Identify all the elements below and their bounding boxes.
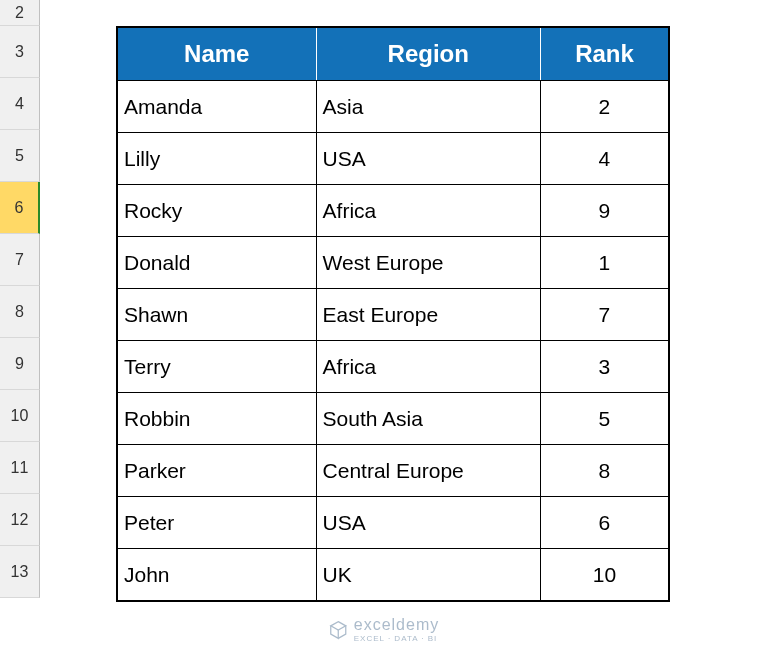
row-header-column: 2 3 4 5 6 7 8 9 10 11 12 13	[0, 0, 40, 602]
cell-rank[interactable]: 2	[541, 81, 668, 132]
row-header[interactable]: 4	[0, 78, 40, 130]
cell-rank[interactable]: 6	[541, 497, 668, 548]
watermark-text: exceldemy EXCEL · DATA · BI	[354, 616, 439, 643]
cell-name[interactable]: Donald	[118, 237, 317, 288]
row-header[interactable]: 8	[0, 286, 40, 338]
row-header[interactable]: 2	[0, 0, 40, 26]
cube-icon	[328, 620, 348, 640]
cell-name[interactable]: Rocky	[118, 185, 317, 236]
table-row: Lilly USA 4	[118, 132, 668, 184]
spreadsheet: 2 3 4 5 6 7 8 9 10 11 12 13 Name Region …	[0, 0, 767, 602]
cell-region[interactable]: Asia	[317, 81, 541, 132]
cell-region[interactable]: Central Europe	[317, 445, 541, 496]
row-header[interactable]: 12	[0, 494, 40, 546]
cell-name[interactable]: Amanda	[118, 81, 317, 132]
grid-area: Name Region Rank Amanda Asia 2 Lilly USA…	[40, 0, 767, 602]
watermark: exceldemy EXCEL · DATA · BI	[328, 616, 439, 643]
cell-name[interactable]: John	[118, 549, 317, 600]
cell-region[interactable]: UK	[317, 549, 541, 600]
cell-region[interactable]: USA	[317, 497, 541, 548]
cell-region[interactable]: Africa	[317, 341, 541, 392]
row-header[interactable]: 10	[0, 390, 40, 442]
table-row: John UK 10	[118, 548, 668, 600]
data-table: Name Region Rank Amanda Asia 2 Lilly USA…	[116, 26, 670, 602]
row-header[interactable]: 9	[0, 338, 40, 390]
cell-region[interactable]: South Asia	[317, 393, 541, 444]
table-row: Donald West Europe 1	[118, 236, 668, 288]
watermark-brand: exceldemy	[354, 616, 439, 633]
table-row: Terry Africa 3	[118, 340, 668, 392]
cell-rank[interactable]: 7	[541, 289, 668, 340]
row-header[interactable]: 3	[0, 26, 40, 78]
cell-name[interactable]: Shawn	[118, 289, 317, 340]
cell-region[interactable]: Africa	[317, 185, 541, 236]
cell-name[interactable]: Parker	[118, 445, 317, 496]
cell-name[interactable]: Lilly	[118, 133, 317, 184]
column-header-rank[interactable]: Rank	[541, 28, 668, 80]
cell-region[interactable]: USA	[317, 133, 541, 184]
row-header[interactable]: 5	[0, 130, 40, 182]
column-header-region[interactable]: Region	[317, 28, 541, 80]
cell-rank[interactable]: 9	[541, 185, 668, 236]
table-row: Shawn East Europe 7	[118, 288, 668, 340]
table-row: Rocky Africa 9	[118, 184, 668, 236]
cell-rank[interactable]: 1	[541, 237, 668, 288]
cell-rank[interactable]: 3	[541, 341, 668, 392]
table-row: Parker Central Europe 8	[118, 444, 668, 496]
row-header[interactable]: 13	[0, 546, 40, 598]
table-row: Robbin South Asia 5	[118, 392, 668, 444]
cell-name[interactable]: Robbin	[118, 393, 317, 444]
cell-rank[interactable]: 10	[541, 549, 668, 600]
cell-name[interactable]: Peter	[118, 497, 317, 548]
row-header-selected[interactable]: 6	[0, 182, 40, 234]
table-row: Peter USA 6	[118, 496, 668, 548]
watermark-sub: EXCEL · DATA · BI	[354, 634, 439, 643]
cell-region[interactable]: West Europe	[317, 237, 541, 288]
cell-rank[interactable]: 4	[541, 133, 668, 184]
cell-rank[interactable]: 5	[541, 393, 668, 444]
row-header[interactable]: 11	[0, 442, 40, 494]
cell-name[interactable]: Terry	[118, 341, 317, 392]
table-row: Amanda Asia 2	[118, 80, 668, 132]
table-header-row: Name Region Rank	[118, 28, 668, 80]
cell-region[interactable]: East Europe	[317, 289, 541, 340]
column-header-name[interactable]: Name	[118, 28, 317, 80]
row-header[interactable]: 7	[0, 234, 40, 286]
cell-rank[interactable]: 8	[541, 445, 668, 496]
